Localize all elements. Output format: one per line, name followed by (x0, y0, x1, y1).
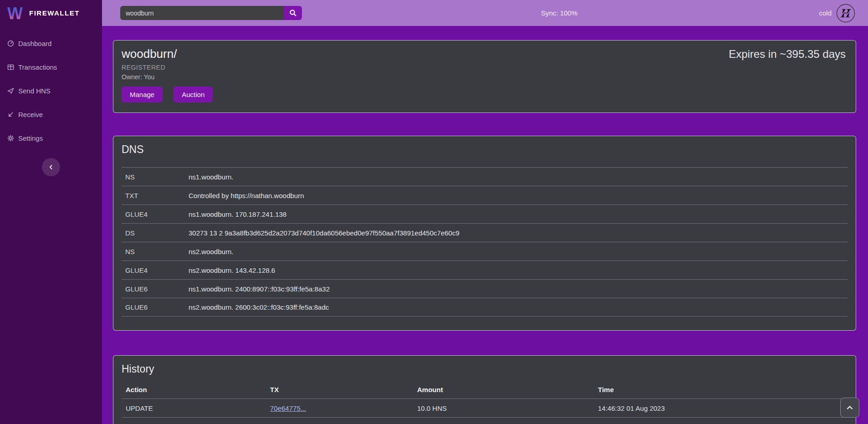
chevron-left-icon (48, 164, 54, 170)
send-plane-icon (7, 87, 14, 94)
history-action: UPDATE (122, 404, 266, 412)
domain-card: woodburn/ REGISTERED Owner: You Expires … (113, 40, 856, 113)
search-icon (289, 9, 297, 17)
sync-status: Sync: 100% (541, 0, 577, 26)
sidebar-item-label: Settings (18, 134, 43, 142)
dns-record-type: DS (122, 229, 189, 237)
auction-button[interactable]: Auction (174, 87, 213, 102)
dns-record-row: NS ns1.woodburn. (122, 167, 848, 186)
sidebar: W FIREWALLET Dashboard Transactions Send… (0, 0, 102, 424)
chevron-up-icon (846, 405, 853, 410)
wallet-mode-label: cold (819, 9, 832, 17)
dns-record-value: ns2.woodburn. 2600:3c02::f03c:93ff:fe5a:… (189, 303, 848, 311)
dns-record-value: ns1.woodburn. 2400:8907::f03c:93ff:fe5a:… (189, 285, 848, 293)
history-amount: 10.0 HNS (413, 404, 594, 412)
history-row: UPDATE 70e64775... 10.0 HNS 14:46:32 01 … (122, 398, 848, 417)
dns-record-row: GLUE6 ns2.woodburn. 2600:3c02::f03c:93ff… (122, 298, 848, 317)
dns-record-type: GLUE4 (122, 266, 189, 274)
handshake-h-icon[interactable]: H (836, 4, 855, 23)
dns-record-type: NS (122, 248, 189, 255)
dns-panel: DNS NS ns1.woodburn. TXT Controlled by h… (113, 136, 856, 331)
svg-text:H: H (840, 6, 851, 20)
sidebar-collapse-button[interactable] (42, 158, 60, 176)
dns-record-value: ns2.woodburn. (189, 248, 848, 255)
domain-owner: Owner: You (122, 73, 856, 81)
sidebar-item-transactions[interactable]: Transactions (0, 62, 102, 72)
dns-record-row: GLUE6 ns1.woodburn. 2400:8907::f03c:93ff… (122, 279, 848, 298)
sidebar-item-label: Transactions (18, 63, 57, 71)
firewallet-w-logo-icon: W (6, 4, 24, 22)
sidebar-item-label: Dashboard (18, 40, 51, 47)
sidebar-item-label: Receive (18, 111, 43, 118)
history-panel: History Action TX Amount Time UPDATE 70e… (113, 355, 856, 424)
history-row: RENEW 47b4fd2... 10.0 HNS 15:47:06 07 Fe… (122, 417, 848, 424)
manage-button[interactable]: Manage (122, 87, 163, 102)
dns-record-type: NS (122, 173, 189, 181)
wallet-badge: cold H (819, 0, 855, 26)
search-bar (120, 6, 302, 20)
sidebar-item-dashboard[interactable]: Dashboard (0, 38, 102, 48)
history-table: Action TX Amount Time UPDATE 70e64775...… (122, 380, 848, 424)
column-tx: TX (266, 386, 413, 393)
scroll-to-top-button[interactable] (840, 398, 859, 418)
dns-record-row: NS ns2.woodburn. (122, 242, 848, 261)
brand: W FIREWALLET (0, 0, 102, 26)
svg-text:W: W (7, 4, 23, 22)
dns-record-type: TXT (122, 192, 189, 199)
sidebar-nav: Dashboard Transactions Send HNS Receive (0, 38, 102, 157)
sidebar-item-label: Send HNS (18, 87, 51, 95)
column-time: Time (594, 386, 848, 393)
history-time: 14:46:32 01 Aug 2023 (594, 404, 848, 412)
domain-status: REGISTERED (122, 64, 856, 71)
sidebar-item-receive[interactable]: Receive (0, 109, 102, 119)
transactions-table-icon (7, 64, 14, 71)
dns-record-value: 30273 13 2 9a3a8fb3d625d2a2073d740f10da6… (189, 229, 848, 237)
sidebar-item-send-hns[interactable]: Send HNS (0, 86, 102, 96)
topbar: Sync: 100% cold H (102, 0, 868, 26)
history-heading: History (122, 362, 856, 376)
dns-record-row: GLUE4 ns1.woodburn. 170.187.241.138 (122, 204, 848, 223)
search-button[interactable] (284, 6, 302, 20)
column-action: Action (122, 386, 266, 393)
domain-actions: Manage Auction (122, 87, 856, 102)
dns-heading: DNS (122, 143, 856, 156)
search-input[interactable] (120, 6, 284, 20)
settings-gear-icon (7, 135, 14, 142)
dns-record-value: Controlled by https://nathan.woodburn (189, 192, 848, 199)
dns-record-type: GLUE6 (122, 285, 189, 293)
tx-link[interactable]: 70e64775... (270, 404, 306, 412)
dns-record-value: ns2.woodburn. 143.42.128.6 (189, 266, 848, 274)
dns-record-row: DS 30273 13 2 9a3a8fb3d625d2a2073d740f10… (122, 223, 848, 242)
history-table-header: Action TX Amount Time (122, 380, 848, 398)
dns-record-row: GLUE4 ns2.woodburn. 143.42.128.6 (122, 261, 848, 279)
dns-record-type: GLUE4 (122, 210, 189, 218)
domain-expiry: Expires in ~395.35 days (729, 48, 846, 61)
column-amount: Amount (413, 386, 594, 393)
dns-record-value: ns1.woodburn. (189, 173, 848, 181)
sidebar-item-settings[interactable]: Settings (0, 133, 102, 143)
dns-table: NS ns1.woodburn. TXT Controlled by https… (122, 167, 848, 317)
dns-record-row: TXT Controlled by https://nathan.woodbur… (122, 186, 848, 204)
dashboard-gauge-icon (7, 40, 14, 47)
dns-record-type: GLUE6 (122, 303, 189, 311)
dns-record-value: ns1.woodburn. 170.187.241.138 (189, 210, 848, 218)
receive-arrow-icon (7, 111, 14, 118)
brand-name: FIREWALLET (29, 9, 80, 17)
